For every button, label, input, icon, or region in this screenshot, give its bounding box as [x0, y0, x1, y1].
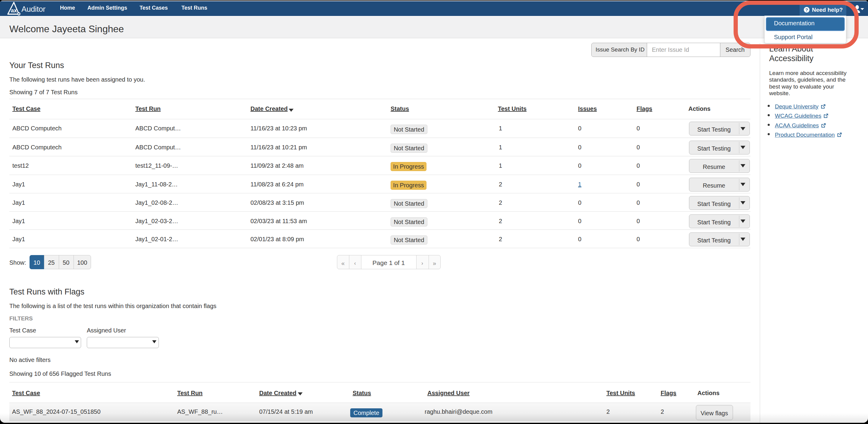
- svg-text:ax: ax: [11, 7, 17, 13]
